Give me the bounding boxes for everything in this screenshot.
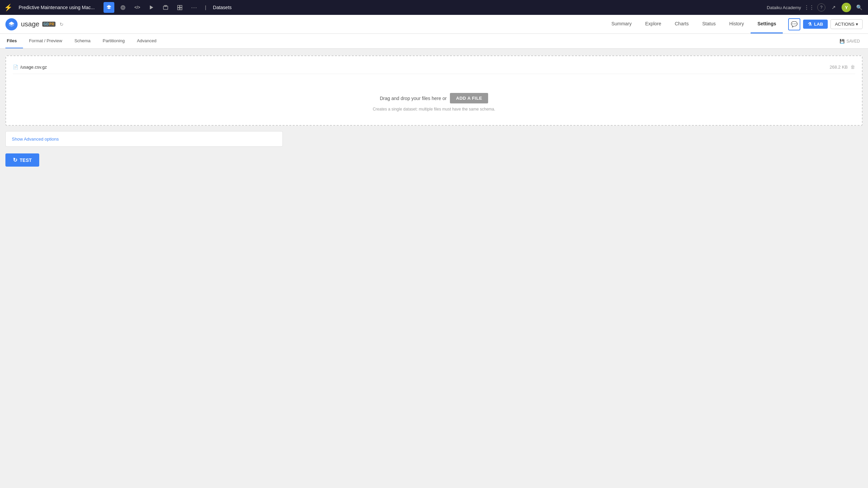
project-title: Predictive Maintenance using Mac... (19, 5, 95, 10)
dashboard-icon[interactable] (175, 2, 185, 13)
help-icon[interactable]: ? (817, 3, 825, 11)
tab-status[interactable]: Status (695, 15, 723, 33)
settings-tab-files[interactable]: Files (5, 34, 23, 48)
app-logo: ⚡ (4, 3, 13, 11)
settings-tabs: Files Format / Preview Schema Partitioni… (0, 34, 868, 49)
settings-tab-format-preview[interactable]: Format / Preview (23, 34, 68, 48)
apps-icon[interactable]: ⋮⋮ (804, 3, 814, 12)
test-button[interactable]: ↻ TEST (5, 153, 39, 167)
main-content: 📄 /usage.csv.gz 268.2 KB 🗑 Drag and drop… (0, 49, 868, 488)
settings-tab-advanced[interactable]: Advanced (131, 34, 163, 48)
drop-zone[interactable]: 📄 /usage.csv.gz 268.2 KB 🗑 Drag and drop… (5, 55, 863, 126)
run-icon[interactable] (146, 2, 157, 13)
refresh-icon[interactable]: ↻ (58, 20, 66, 28)
deploy-icon[interactable] (160, 2, 171, 13)
lab-button[interactable]: ⚗ LAB (803, 20, 828, 29)
delete-file-icon[interactable]: 🗑 (850, 64, 855, 70)
lab-label: LAB (814, 22, 823, 27)
test-label: TEST (20, 157, 32, 163)
svg-rect-5 (178, 5, 180, 7)
datasets-label: Datasets (213, 5, 232, 10)
saved-badge: 💾 SAVED (840, 39, 863, 44)
drag-text: Drag and drop your files here or (380, 96, 447, 101)
target-icon[interactable] (118, 2, 129, 13)
add-file-button[interactable]: ADD A FILE (450, 93, 488, 103)
tab-charts[interactable]: Charts (668, 15, 695, 33)
file-size-area: 268.2 KB 🗑 (830, 64, 855, 70)
advanced-options-panel: Show Advanced options (5, 131, 283, 147)
test-icon: ↻ (13, 157, 17, 163)
chevron-down-icon: ▾ (856, 22, 858, 27)
academy-label: Dataiku Academy (767, 5, 801, 10)
trend-icon[interactable]: ↗ (829, 3, 838, 12)
drop-zone-text: Drag and drop your files here or ADD A F… (380, 93, 488, 103)
comment-button[interactable]: 💬 (788, 18, 800, 30)
tab-explore[interactable]: Explore (638, 15, 668, 33)
top-navbar: ⚡ Predictive Maintenance using Mac... </… (0, 0, 868, 15)
tab-settings[interactable]: Settings (751, 15, 783, 33)
actions-button[interactable]: ACTIONS ▾ (830, 19, 863, 29)
svg-point-0 (121, 5, 125, 9)
search-icon[interactable]: 🔍 (854, 3, 864, 12)
dataset-icon (5, 18, 18, 30)
tab-history[interactable]: History (723, 15, 751, 33)
file-name: /usage.csv.gz (20, 65, 47, 70)
right-actions: 💬 ⚗ LAB ACTIONS ▾ (788, 18, 863, 30)
svg-point-1 (122, 6, 124, 8)
show-advanced-link[interactable]: Show Advanced options (12, 137, 59, 142)
flow-icon[interactable] (104, 2, 114, 13)
svg-marker-2 (150, 5, 153, 9)
sub-header: usage GD PR ↻ Summary Explore Charts Sta… (0, 15, 868, 34)
settings-tab-partitioning[interactable]: Partitioning (97, 34, 131, 48)
file-row: 📄 /usage.csv.gz 268.2 KB 🗑 (13, 63, 855, 74)
actions-label: ACTIONS (835, 22, 854, 27)
gdpr-badge: GD PR (42, 22, 56, 27)
drop-zone-center: Drag and drop your files here or ADD A F… (13, 79, 855, 118)
main-nav-tabs: Summary Explore Charts Status History Se… (604, 15, 783, 33)
user-avatar[interactable]: Y (842, 3, 851, 12)
code-icon[interactable]: </> (132, 2, 143, 13)
settings-tab-schema[interactable]: Schema (68, 34, 97, 48)
tab-summary[interactable]: Summary (604, 15, 638, 33)
file-size: 268.2 KB (830, 65, 848, 70)
dataset-name: usage (21, 20, 40, 28)
saved-label: SAVED (846, 39, 860, 44)
svg-rect-8 (180, 8, 182, 10)
file-icon: 📄 (13, 65, 18, 70)
save-icon: 💾 (840, 39, 845, 44)
more-icon[interactable]: ··· (189, 2, 200, 13)
lab-icon: ⚗ (808, 22, 812, 27)
drop-zone-hint: Creates a single dataset: multiple files… (373, 107, 495, 112)
file-info: 📄 /usage.csv.gz (13, 65, 47, 70)
svg-rect-6 (180, 5, 182, 7)
svg-rect-7 (178, 8, 180, 10)
